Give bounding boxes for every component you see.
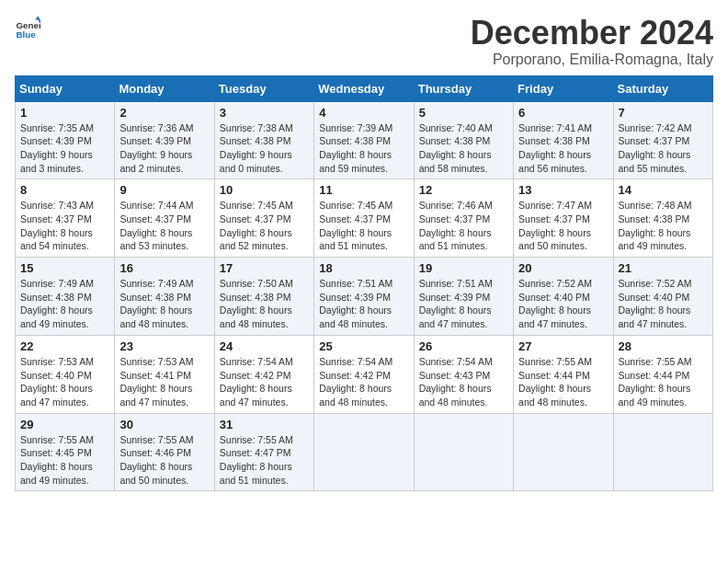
calendar-cell: 3 Sunrise: 7:38 AM Sunset: 4:38 PM Dayli… <box>214 101 313 179</box>
day-number: 29 <box>20 418 109 431</box>
day-number: 16 <box>119 261 209 275</box>
day-number: 6 <box>518 106 608 120</box>
day-info: Sunrise: 7:51 AM Sunset: 4:39 PM Dayligh… <box>319 277 408 331</box>
weekday-header-saturday: Saturday <box>613 75 712 101</box>
calendar-cell: 26 Sunrise: 7:54 AM Sunset: 4:43 PM Dayl… <box>414 335 513 413</box>
calendar-cell: 23 Sunrise: 7:53 AM Sunset: 4:41 PM Dayl… <box>115 335 214 413</box>
day-info: Sunrise: 7:55 AM Sunset: 4:47 PM Dayligh… <box>220 433 309 488</box>
day-info: Sunrise: 7:54 AM Sunset: 4:42 PM Dayligh… <box>220 355 309 409</box>
calendar-cell: 24 Sunrise: 7:54 AM Sunset: 4:42 PM Dayl… <box>214 335 313 413</box>
day-number: 5 <box>419 106 508 120</box>
day-number: 2 <box>119 106 209 120</box>
calendar-cell: 11 Sunrise: 7:45 AM Sunset: 4:37 PM Dayl… <box>314 179 414 258</box>
calendar-cell: 21 Sunrise: 7:52 AM Sunset: 4:40 PM Dayl… <box>613 258 712 336</box>
day-info: Sunrise: 7:35 AM Sunset: 4:39 PM Dayligh… <box>20 121 109 176</box>
calendar-cell: 18 Sunrise: 7:51 AM Sunset: 4:39 PM Dayl… <box>314 258 414 336</box>
calendar-week-1: 1 Sunrise: 7:35 AM Sunset: 4:39 PM Dayli… <box>16 101 713 179</box>
day-number: 26 <box>419 339 508 353</box>
day-info: Sunrise: 7:52 AM Sunset: 4:40 PM Dayligh… <box>619 277 708 331</box>
day-number: 3 <box>220 106 309 120</box>
weekday-header-tuesday: Tuesday <box>214 75 313 101</box>
day-info: Sunrise: 7:50 AM Sunset: 4:38 PM Dayligh… <box>220 277 309 331</box>
day-info: Sunrise: 7:54 AM Sunset: 4:42 PM Dayligh… <box>319 355 408 409</box>
day-info: Sunrise: 7:45 AM Sunset: 4:37 PM Dayligh… <box>319 199 408 253</box>
calendar-week-4: 22 Sunrise: 7:53 AM Sunset: 4:40 PM Dayl… <box>16 335 713 413</box>
calendar-cell <box>314 413 414 491</box>
day-info: Sunrise: 7:51 AM Sunset: 4:39 PM Dayligh… <box>419 277 508 331</box>
calendar-cell: 6 Sunrise: 7:41 AM Sunset: 4:38 PM Dayli… <box>514 101 613 179</box>
title-area: December 2024 Porporano, Emilia-Romagna,… <box>471 15 713 68</box>
calendar-cell: 19 Sunrise: 7:51 AM Sunset: 4:39 PM Dayl… <box>414 258 513 336</box>
day-number: 30 <box>119 418 209 431</box>
day-number: 18 <box>319 261 408 275</box>
calendar-cell: 16 Sunrise: 7:49 AM Sunset: 4:38 PM Dayl… <box>115 258 214 336</box>
calendar-cell: 20 Sunrise: 7:52 AM Sunset: 4:40 PM Dayl… <box>514 258 613 336</box>
weekday-header-row: SundayMondayTuesdayWednesdayThursdayFrid… <box>16 75 713 101</box>
calendar-cell: 14 Sunrise: 7:48 AM Sunset: 4:38 PM Dayl… <box>613 179 712 258</box>
weekday-header-monday: Monday <box>115 75 214 101</box>
calendar-cell: 15 Sunrise: 7:49 AM Sunset: 4:38 PM Dayl… <box>16 258 115 336</box>
day-info: Sunrise: 7:38 AM Sunset: 4:38 PM Dayligh… <box>220 121 309 176</box>
calendar-cell: 30 Sunrise: 7:55 AM Sunset: 4:46 PM Dayl… <box>115 413 214 491</box>
calendar-cell <box>613 413 712 491</box>
day-info: Sunrise: 7:53 AM Sunset: 4:40 PM Dayligh… <box>20 355 109 409</box>
day-info: Sunrise: 7:48 AM Sunset: 4:38 PM Dayligh… <box>619 199 708 253</box>
calendar-cell: 8 Sunrise: 7:43 AM Sunset: 4:37 PM Dayli… <box>16 179 115 258</box>
calendar-cell: 12 Sunrise: 7:46 AM Sunset: 4:37 PM Dayl… <box>414 179 513 258</box>
day-info: Sunrise: 7:43 AM Sunset: 4:37 PM Dayligh… <box>20 199 109 253</box>
day-number: 11 <box>319 183 408 197</box>
day-number: 9 <box>119 183 209 197</box>
svg-text:Blue: Blue <box>16 29 36 40</box>
day-info: Sunrise: 7:54 AM Sunset: 4:43 PM Dayligh… <box>419 355 508 409</box>
day-info: Sunrise: 7:42 AM Sunset: 4:37 PM Dayligh… <box>619 121 708 176</box>
calendar-cell: 31 Sunrise: 7:55 AM Sunset: 4:47 PM Dayl… <box>214 413 313 491</box>
day-number: 12 <box>419 183 508 197</box>
calendar-cell: 29 Sunrise: 7:55 AM Sunset: 4:45 PM Dayl… <box>16 413 115 491</box>
day-number: 4 <box>319 106 408 120</box>
day-info: Sunrise: 7:55 AM Sunset: 4:44 PM Dayligh… <box>518 355 608 409</box>
day-number: 22 <box>20 339 109 353</box>
calendar-cell <box>414 413 513 491</box>
month-title: December 2024 <box>471 15 713 52</box>
day-number: 8 <box>20 183 109 197</box>
day-number: 10 <box>220 183 309 197</box>
day-info: Sunrise: 7:41 AM Sunset: 4:38 PM Dayligh… <box>518 121 608 176</box>
weekday-header-friday: Friday <box>514 75 613 101</box>
day-info: Sunrise: 7:52 AM Sunset: 4:40 PM Dayligh… <box>518 277 608 331</box>
calendar-week-3: 15 Sunrise: 7:49 AM Sunset: 4:38 PM Dayl… <box>16 258 713 336</box>
day-info: Sunrise: 7:55 AM Sunset: 4:44 PM Dayligh… <box>619 355 708 409</box>
weekday-header-thursday: Thursday <box>414 75 513 101</box>
day-number: 25 <box>319 339 408 353</box>
day-info: Sunrise: 7:39 AM Sunset: 4:38 PM Dayligh… <box>319 121 408 176</box>
calendar-week-5: 29 Sunrise: 7:55 AM Sunset: 4:45 PM Dayl… <box>16 413 713 491</box>
calendar-cell: 4 Sunrise: 7:39 AM Sunset: 4:38 PM Dayli… <box>314 101 414 179</box>
day-number: 14 <box>619 183 708 197</box>
calendar-cell: 25 Sunrise: 7:54 AM Sunset: 4:42 PM Dayl… <box>314 335 414 413</box>
day-info: Sunrise: 7:55 AM Sunset: 4:45 PM Dayligh… <box>20 433 109 488</box>
calendar-cell: 22 Sunrise: 7:53 AM Sunset: 4:40 PM Dayl… <box>16 335 115 413</box>
day-info: Sunrise: 7:45 AM Sunset: 4:37 PM Dayligh… <box>220 199 309 253</box>
day-info: Sunrise: 7:44 AM Sunset: 4:37 PM Dayligh… <box>119 199 209 253</box>
calendar-cell: 7 Sunrise: 7:42 AM Sunset: 4:37 PM Dayli… <box>613 101 712 179</box>
day-number: 1 <box>20 106 109 120</box>
day-info: Sunrise: 7:49 AM Sunset: 4:38 PM Dayligh… <box>20 277 109 331</box>
day-number: 27 <box>518 339 608 353</box>
calendar-table: SundayMondayTuesdayWednesdayThursdayFrid… <box>15 75 713 492</box>
location-subtitle: Porporano, Emilia-Romagna, Italy <box>471 52 713 68</box>
day-number: 17 <box>220 261 309 275</box>
day-info: Sunrise: 7:49 AM Sunset: 4:38 PM Dayligh… <box>119 277 209 331</box>
day-number: 21 <box>619 261 708 275</box>
day-number: 24 <box>220 339 309 353</box>
day-info: Sunrise: 7:40 AM Sunset: 4:38 PM Dayligh… <box>419 121 508 176</box>
day-info: Sunrise: 7:46 AM Sunset: 4:37 PM Dayligh… <box>419 199 508 253</box>
svg-marker-2 <box>35 16 40 19</box>
day-number: 15 <box>20 261 109 275</box>
day-number: 28 <box>619 339 708 353</box>
weekday-header-wednesday: Wednesday <box>314 75 414 101</box>
day-number: 7 <box>619 106 708 120</box>
calendar-cell: 5 Sunrise: 7:40 AM Sunset: 4:38 PM Dayli… <box>414 101 513 179</box>
day-info: Sunrise: 7:55 AM Sunset: 4:46 PM Dayligh… <box>119 433 209 488</box>
weekday-header-sunday: Sunday <box>16 75 115 101</box>
day-number: 19 <box>419 261 508 275</box>
calendar-cell <box>514 413 613 491</box>
